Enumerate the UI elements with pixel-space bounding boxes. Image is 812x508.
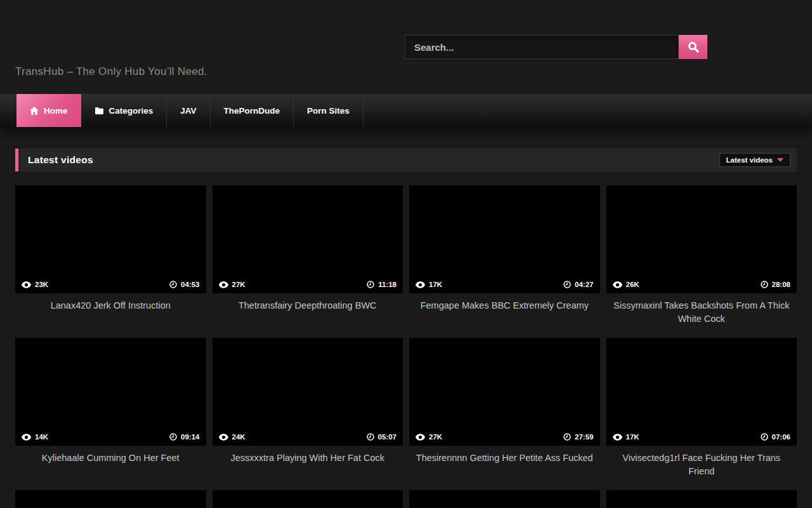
video-stats: 27K 11:18 [213, 281, 403, 288]
nav-tab-porn-sites[interactable]: Porn Sites [294, 94, 363, 127]
sort-dropdown-label: Latest videos [726, 156, 773, 164]
video-thumbnail[interactable]: 14K 09:14 [15, 338, 206, 446]
video-title[interactable]: Thetransfairy Deepthroating BWC [213, 299, 403, 312]
nav-tab-label: ThePornDude [224, 106, 280, 116]
video-thumbnail[interactable]: 24K 05:07 [213, 338, 403, 446]
search-icon [688, 41, 699, 53]
video-duration-stat: 05:07 [367, 433, 396, 441]
eye-icon [613, 281, 622, 288]
video-duration: 09:14 [181, 433, 199, 441]
sort-dropdown[interactable]: Latest videos [719, 153, 791, 167]
video-title[interactable]: Vivisectedg1rl Face Fucking Her Trans Fr… [606, 451, 797, 478]
nav-tab-home[interactable]: Home [16, 94, 81, 127]
video-card[interactable]: 23K 04:53 Lanax420 Jerk Off Instruction [15, 185, 206, 338]
video-views-stat: 23K [22, 281, 48, 288]
section-header: Latest videos Latest videos [15, 149, 797, 171]
video-views: 24K [232, 433, 246, 441]
video-stats: 24K 05:07 [213, 433, 403, 441]
video-card[interactable]: 17K 07:06 Vivisectedg1rl Face Fucking He… [606, 338, 797, 490]
video-title[interactable]: Thesirennnn Getting Her Petite Ass Fucke… [409, 451, 600, 465]
video-duration: 04:27 [575, 281, 593, 288]
nav-tab-categories[interactable]: Categories [81, 94, 167, 127]
video-card[interactable]: 27K 11:18 Thetransfairy Deepthroating BW… [213, 185, 403, 338]
eye-icon [416, 434, 425, 441]
search-form [405, 35, 707, 59]
clock-icon [367, 281, 374, 288]
video-card[interactable] [606, 490, 797, 508]
folder-icon [95, 107, 104, 115]
video-stats: 14K 09:14 [15, 433, 206, 441]
video-thumbnail[interactable]: 26K 28:08 [606, 185, 797, 293]
video-views: 17K [626, 433, 639, 441]
video-thumbnail[interactable]: 23K 04:53 [15, 185, 206, 293]
clock-icon [761, 433, 768, 441]
video-duration: 27:59 [575, 433, 593, 441]
clock-icon [761, 281, 768, 288]
video-duration: 07:06 [772, 433, 790, 441]
video-title[interactable]: Femgape Makes BBC Extremely Creamy [409, 299, 600, 312]
video-views: 27K [429, 433, 442, 441]
video-thumbnail[interactable] [15, 490, 206, 508]
video-views: 27K [232, 281, 246, 288]
video-views: 26K [626, 281, 639, 288]
video-views: 17K [429, 281, 442, 288]
video-duration-stat: 07:06 [761, 433, 790, 441]
video-views-stat: 14K [22, 433, 48, 441]
video-card[interactable]: 24K 05:07 Jessxxxtra Playing With Her Fa… [213, 338, 403, 490]
video-duration: 28:08 [772, 281, 790, 288]
eye-icon [219, 281, 228, 288]
video-title[interactable]: Lanax420 Jerk Off Instruction [15, 299, 206, 312]
video-views: 23K [35, 281, 48, 288]
video-thumbnail[interactable]: 17K 04:27 [409, 185, 600, 293]
video-thumbnail[interactable]: 17K 07:06 [606, 338, 797, 446]
video-thumbnail[interactable] [409, 490, 600, 508]
video-duration-stat: 09:14 [169, 433, 199, 441]
video-card[interactable]: 26K 28:08 Sissymaxinl Takes Backshots Fr… [606, 185, 797, 338]
video-title[interactable]: Sissymaxinl Takes Backshots From A Thick… [606, 299, 797, 326]
clock-icon [563, 433, 571, 441]
video-thumbnail[interactable] [213, 490, 403, 508]
video-stats: 23K 04:53 [15, 281, 206, 288]
page-header: TransHub – The Only Hub You’ll Need. [0, 0, 812, 94]
video-duration: 11:18 [378, 281, 396, 288]
video-duration: 04:53 [181, 281, 199, 288]
nav-tab-label: Porn Sites [307, 106, 350, 116]
search-input[interactable] [405, 35, 679, 59]
video-thumbnail[interactable]: 27K 11:18 [213, 185, 403, 293]
main-content: Latest videos Latest videos 23K [15, 149, 797, 508]
video-card[interactable] [15, 490, 206, 508]
video-title[interactable]: Kyliehaale Cumming On Her Feet [15, 451, 206, 465]
video-card[interactable]: 17K 04:27 Femgape Makes BBC Extremely Cr… [409, 185, 600, 338]
site-tagline: TransHub – The Only Hub You’ll Need. [15, 65, 207, 78]
video-card[interactable] [213, 490, 403, 508]
video-stats: 17K 04:27 [409, 281, 600, 288]
video-stats: 17K 07:06 [606, 433, 797, 441]
video-thumbnail[interactable] [606, 490, 797, 508]
clock-icon [169, 433, 177, 441]
nav-tab-jav[interactable]: JAV [167, 94, 210, 127]
video-stats: 26K 28:08 [606, 281, 797, 288]
home-icon [30, 107, 39, 115]
eye-icon [22, 434, 31, 441]
nav-tab-label: JAV [180, 106, 196, 116]
video-views: 14K [35, 433, 48, 441]
clock-icon [367, 433, 374, 441]
video-thumbnail[interactable]: 27K 27:59 [409, 338, 600, 446]
video-card[interactable]: 14K 09:14 Kyliehaale Cumming On Her Feet [15, 338, 206, 490]
main-nav: Home Categories JAV ThePornDude Porn Sit… [0, 94, 812, 127]
video-title[interactable]: Jessxxxtra Playing With Her Fat Cock [213, 451, 403, 465]
video-views-stat: 24K [219, 433, 246, 441]
video-duration-stat: 27:59 [563, 433, 593, 441]
video-card[interactable] [409, 490, 600, 508]
video-duration-stat: 04:53 [169, 281, 199, 288]
video-card[interactable]: 27K 27:59 Thesirennnn Getting Her Petite… [409, 338, 600, 490]
chevron-down-icon [777, 158, 783, 162]
video-views-stat: 27K [219, 281, 246, 288]
search-button[interactable] [679, 35, 707, 59]
nav-tab-theporndude[interactable]: ThePornDude [211, 94, 294, 127]
video-views-stat: 26K [613, 281, 639, 288]
clock-icon [563, 281, 571, 288]
eye-icon [613, 434, 622, 441]
section-title: Latest videos [28, 154, 93, 166]
video-duration-stat: 28:08 [761, 281, 790, 288]
